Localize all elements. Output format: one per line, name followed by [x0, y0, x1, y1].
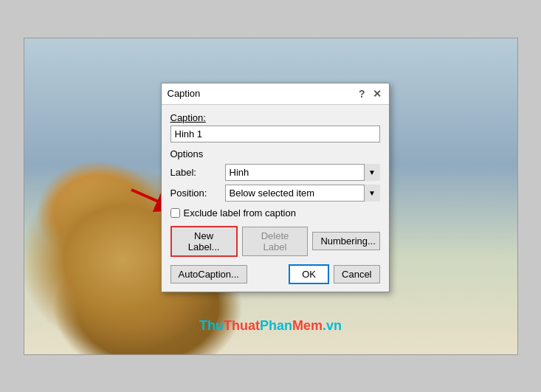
caption-input[interactable]: [170, 125, 380, 142]
label-select[interactable]: Hinh: [225, 164, 380, 181]
new-label-button[interactable]: New Label...: [170, 226, 238, 257]
dialog-body: Caption: Options Label: Hinh ▼ Position:…: [162, 105, 389, 292]
watermark-thuat: Thuat: [224, 318, 260, 333]
watermark-vn: .vn: [323, 318, 342, 333]
numbering-button[interactable]: Numbering...: [312, 232, 379, 250]
label-buttons-row: New Label... Delete Label Numbering...: [170, 226, 380, 257]
exclude-label-checkbox[interactable]: [170, 208, 180, 218]
exclude-label-row: Exclude label from caption: [170, 207, 380, 219]
label-field-label: Label:: [170, 167, 222, 178]
caption-section: Caption:: [170, 112, 380, 142]
background-photo: Caption ? ✕ Caption: Options Label: Hinh: [24, 38, 518, 355]
watermark-mem: Mem: [292, 318, 323, 333]
position-select-wrapper: Below selected item ▼: [225, 185, 380, 202]
cancel-button[interactable]: Cancel: [334, 265, 379, 283]
watermark-thu: Thu: [199, 318, 224, 333]
options-grid: Label: Hinh ▼ Position: Below selected i…: [170, 164, 380, 202]
title-controls: ? ✕: [359, 88, 383, 100]
autocaption-button[interactable]: AutoCaption...: [170, 265, 247, 283]
options-label: Options: [170, 148, 380, 159]
help-button[interactable]: ?: [359, 88, 365, 100]
ok-button[interactable]: OK: [289, 264, 329, 284]
caption-dialog: Caption ? ✕ Caption: Options Label: Hinh: [161, 83, 390, 292]
delete-label-button[interactable]: Delete Label: [242, 227, 309, 256]
exclude-label-text: Exclude label from caption: [184, 207, 296, 219]
label-select-wrapper: Hinh ▼: [225, 164, 380, 181]
dialog-title: Caption: [168, 88, 201, 99]
caption-label: Caption:: [170, 112, 380, 123]
position-field-label: Position:: [170, 188, 222, 199]
dialog-titlebar: Caption ? ✕: [162, 83, 389, 105]
bottom-buttons-row: AutoCaption... OK Cancel: [170, 264, 380, 284]
watermark: ThuThuatPhanMem.vn: [199, 318, 342, 334]
watermark-phan: Phan: [260, 318, 292, 333]
position-select[interactable]: Below selected item: [225, 185, 380, 202]
close-button[interactable]: ✕: [371, 88, 383, 100]
